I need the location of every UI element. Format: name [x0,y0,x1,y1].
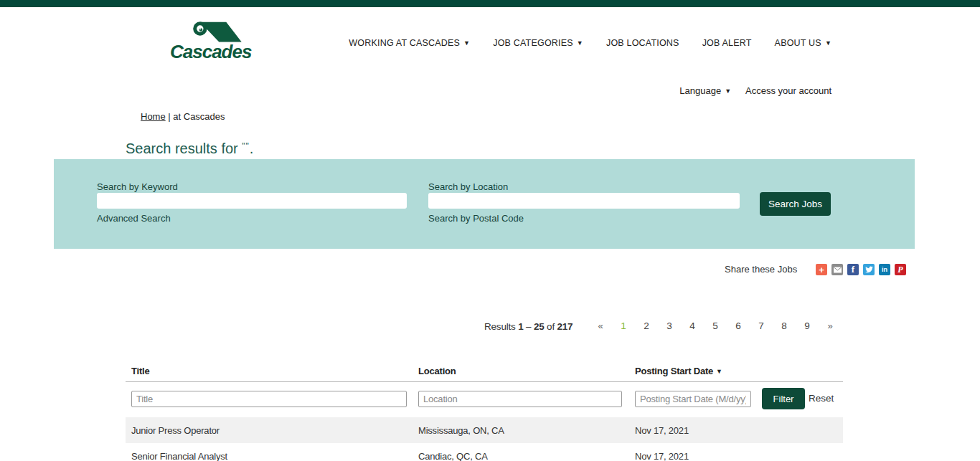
facebook-share-icon[interactable]: f [847,264,859,275]
postal-code-link[interactable]: Search by Postal Code [428,213,524,224]
results-count: Results 1 – 25 of 217 [484,321,573,332]
chevron-down-icon: ▼ [463,39,470,47]
table-header-row: Title Location Posting Start Date▼ [126,361,843,382]
chevron-down-icon: ▼ [577,39,583,47]
search-term: "" [242,141,250,151]
keyword-label: Search by Keyword [97,181,178,192]
main-nav: WORKING AT CASCADES▼ JOB CATEGORIES▼ JOB… [349,38,831,48]
advanced-search-link[interactable]: Advanced Search [97,213,171,224]
date-filter-input[interactable] [635,391,751,407]
chevron-down-icon: ▼ [825,39,831,47]
nav-job-categories[interactable]: JOB CATEGORIES▼ [493,38,583,48]
column-header-title[interactable]: Title [126,366,413,376]
brand-wordmark: Cascades [170,41,251,63]
filter-button[interactable]: Filter [762,388,805,409]
addthis-share-icon[interactable]: + [816,264,827,275]
sort-desc-icon: ▼ [716,368,722,375]
linkedin-share-icon[interactable]: in [879,264,890,275]
breadcrumb-home-link[interactable]: Home [141,111,166,122]
pinterest-share-icon[interactable]: P [895,264,906,275]
cascades-logo[interactable]: Cascades [170,20,249,62]
page-title: Search results for "". [126,141,253,157]
title-filter-input[interactable] [131,391,407,407]
location-label: Search by Location [428,181,508,192]
top-accent-bar [0,0,980,7]
job-title[interactable]: Senior Financial Analyst [126,451,413,461]
column-header-posting-start-date[interactable]: Posting Start Date▼ [629,366,843,376]
page-4[interactable]: 4 [681,320,704,331]
access-account-link[interactable]: Access your account [745,85,831,96]
job-location: Candiac, QC, CA [413,451,629,461]
language-menu[interactable]: Language▼ [679,85,731,96]
utility-nav: Language▼ Access your account [679,85,831,96]
chevron-down-icon: ▼ [725,87,731,95]
job-posting-date: Nov 17, 2021 [629,451,843,461]
keyword-input[interactable] [97,193,407,209]
email-share-icon[interactable] [831,264,843,275]
reset-button[interactable]: Reset [809,393,834,404]
table-filter-row: Filter Reset [126,382,843,417]
page-9[interactable]: 9 [796,320,819,331]
nav-job-alert[interactable]: JOB ALERT [702,38,752,48]
column-header-location[interactable]: Location [413,366,629,376]
job-search-panel: Search by Keyword Advanced Search Search… [54,159,915,249]
share-jobs-label: Share these Jobs [725,264,797,275]
location-input[interactable] [428,193,740,209]
careers-page: Cascades WORKING AT CASCADES▼ JOB CATEGO… [0,0,980,461]
job-posting-date: Nov 17, 2021 [629,425,843,436]
nav-about-us[interactable]: ABOUT US▼ [775,38,831,48]
page-next[interactable]: » [819,320,842,331]
page-5[interactable]: 5 [704,320,727,331]
job-title[interactable]: Junior Press Operator [126,425,413,436]
table-row[interactable]: Junior Press Operator Mississauga, ON, C… [126,417,843,443]
page-3[interactable]: 3 [658,320,681,331]
table-row[interactable]: Senior Financial Analyst Candiac, QC, CA… [126,443,843,461]
page-2[interactable]: 2 [635,320,658,331]
breadcrumb-current: | at Cascades [166,111,225,122]
twitter-share-icon[interactable] [863,264,875,275]
nav-working-at-cascades[interactable]: WORKING AT CASCADES▼ [349,38,470,48]
job-location: Mississauga, ON, CA [413,425,629,436]
page-8[interactable]: 8 [773,320,796,331]
page-6[interactable]: 6 [727,320,750,331]
page-1[interactable]: 1 [612,320,635,331]
search-jobs-button[interactable]: Search Jobs [760,192,831,216]
nav-job-locations[interactable]: JOB LOCATIONS [606,38,679,48]
page-7[interactable]: 7 [750,320,773,331]
share-icons: + f in P [816,264,906,275]
jobs-table: Title Location Posting Start Date▼ Filte… [126,361,843,461]
page-prev[interactable]: « [589,320,612,331]
breadcrumb: Home | at Cascades [141,111,225,122]
pagination: « 1 2 3 4 5 6 7 8 9 » [589,320,842,331]
location-filter-input[interactable] [418,391,622,407]
